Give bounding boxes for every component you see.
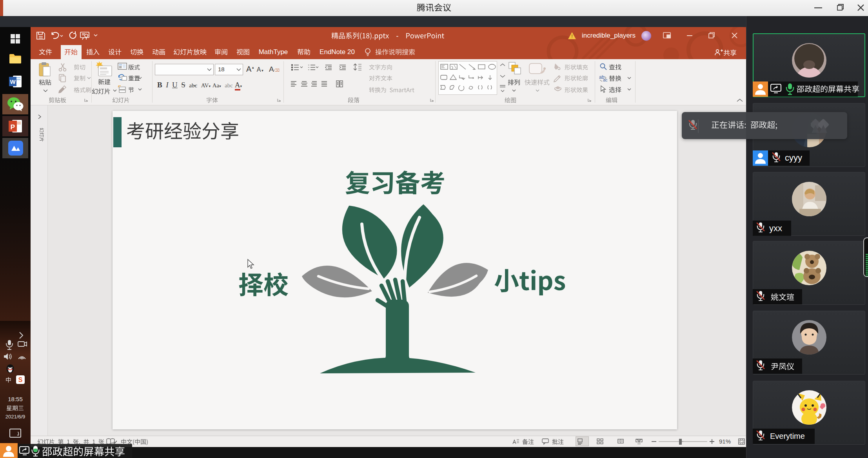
svg-text:!: ! <box>571 33 573 39</box>
svg-text:P: P <box>11 123 15 131</box>
svg-text:ac: ac <box>603 78 608 82</box>
svg-text:W: W <box>10 78 16 85</box>
svg-text:S: S <box>18 377 23 383</box>
